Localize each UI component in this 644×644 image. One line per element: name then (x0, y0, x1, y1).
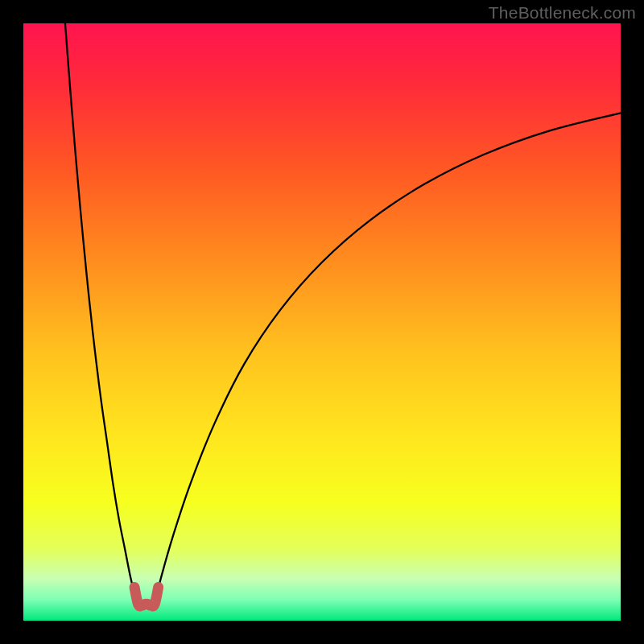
valley-marker-right (147, 587, 158, 605)
curve-right-branch (155, 113, 621, 602)
curve-left-branch (65, 23, 137, 603)
curve-layer (23, 23, 621, 621)
plot-area (23, 23, 621, 621)
outer-frame: TheBottleneck.com (0, 0, 644, 644)
watermark-text: TheBottleneck.com (489, 3, 636, 23)
